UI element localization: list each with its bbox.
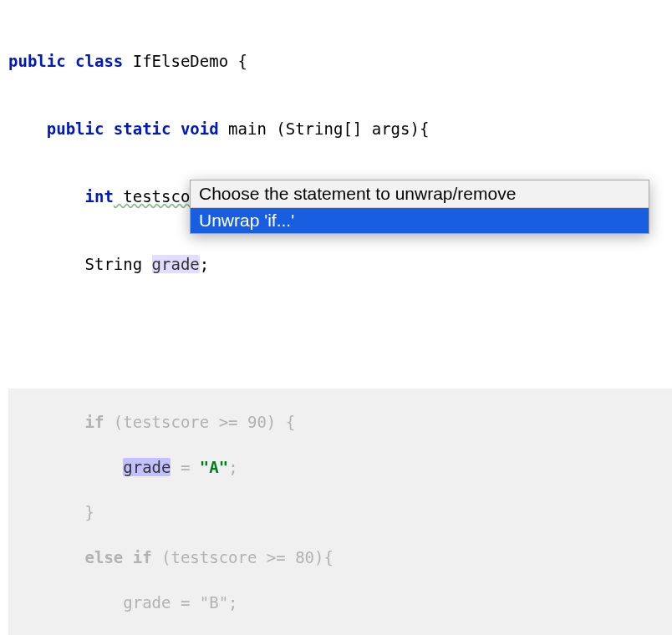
keyword: class — [66, 52, 124, 70]
keyword: if — [8, 413, 104, 431]
var-name-selected: grade — [123, 458, 171, 476]
text: ; — [228, 458, 237, 476]
keyword: else if — [8, 548, 152, 566]
unwrap-popup: Choose the statement to unwrap/remove Un… — [190, 180, 649, 234]
code-line: public class IfElseDemo { — [8, 50, 672, 73]
keyword: int — [8, 187, 114, 206]
code-line — [8, 321, 672, 343]
text: ; — [200, 255, 209, 273]
code-line: if (testscore >= 90) { — [8, 411, 672, 434]
text: String — [8, 255, 152, 273]
text: (testscore >= 90) { — [104, 413, 295, 431]
keyword: public static void — [8, 119, 219, 138]
popup-title: Choose the statement to unwrap/remove — [191, 180, 649, 208]
highlighted-if-block: if (testscore >= 90) { grade = "A"; } el… — [8, 389, 672, 635]
code-line: } — [8, 501, 672, 524]
var-name: grade — [152, 255, 200, 273]
code-editor[interactable]: public class IfElseDemo { public static … — [0, 0, 672, 635]
text: IfElseDemo { — [123, 52, 247, 70]
popup-item-unwrap-if[interactable]: Unwrap 'if...' — [191, 208, 649, 233]
text: = — [171, 458, 199, 476]
string: "A" — [200, 458, 228, 476]
text: } — [8, 503, 94, 521]
code-line: grade = "A"; — [8, 456, 672, 479]
code-line: public static void main (String[] args){ — [8, 118, 672, 140]
text — [8, 458, 123, 476]
text: (testscore >= 80){ — [152, 548, 333, 566]
keyword: public — [8, 52, 66, 70]
code-line: else if (testscore >= 80){ — [8, 546, 672, 569]
code-line: String grade; — [8, 253, 672, 276]
text: main (String[] args){ — [219, 119, 430, 138]
code-line: grade = "B"; — [8, 592, 672, 614]
text: grade = "B"; — [8, 593, 238, 612]
